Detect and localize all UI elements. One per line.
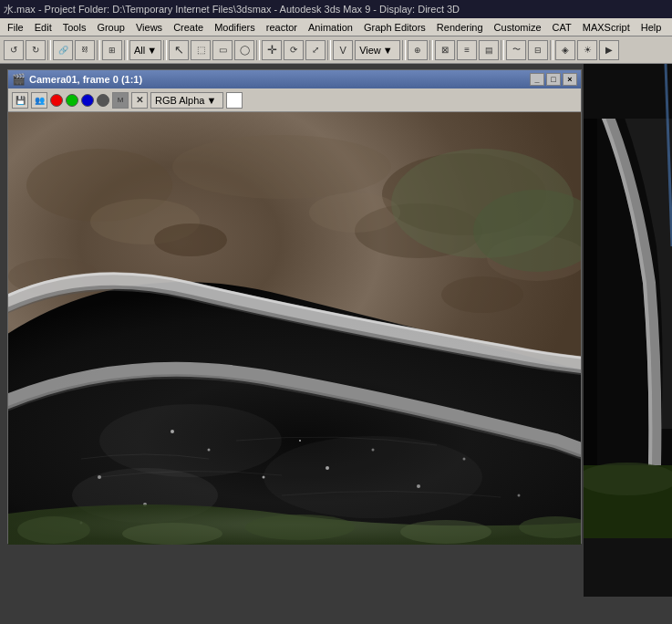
separator-5 xyxy=(256,40,260,60)
svg-point-19 xyxy=(263,476,265,479)
svg-point-26 xyxy=(17,516,90,544)
svg-point-28 xyxy=(245,515,355,540)
menu-help[interactable]: Help xyxy=(636,20,667,35)
alpha-channel-dot[interactable] xyxy=(97,94,109,107)
curve-editor-button[interactable]: 〜 xyxy=(506,40,526,60)
viewport-window: 🎬 Camera01, frame 0 (1:1) _ □ × 💾 👥 M ✕ … xyxy=(7,69,582,544)
right-viewport-panel xyxy=(584,64,672,597)
background-color-swatch[interactable] xyxy=(226,92,243,109)
viewport-close-button[interactable]: × xyxy=(563,73,577,86)
svg-point-18 xyxy=(417,484,420,488)
menu-graph-editors[interactable]: Graph Editors xyxy=(358,20,431,35)
menu-customize[interactable]: Customize xyxy=(489,20,547,35)
render-scene-button[interactable]: ☀ xyxy=(577,40,597,60)
right-panel-content xyxy=(584,64,672,597)
menu-rendering[interactable]: Rendering xyxy=(431,20,489,35)
mirror-button[interactable]: ⊠ xyxy=(435,40,455,60)
svg-point-11 xyxy=(99,404,282,477)
separator-10 xyxy=(550,40,553,60)
select-rotate-button[interactable]: ⟳ xyxy=(284,40,304,60)
title-text: 水.max - Project Folder: D:\Temporary Int… xyxy=(4,3,460,16)
svg-point-17 xyxy=(372,449,375,452)
svg-point-36 xyxy=(584,463,672,495)
menu-reactor[interactable]: reactor xyxy=(261,20,303,35)
redo-button[interactable]: ↻ xyxy=(26,40,46,60)
svg-point-8 xyxy=(154,224,227,256)
view-dropdown[interactable]: View ▼ xyxy=(355,40,400,60)
blue-channel-dot[interactable] xyxy=(81,94,94,107)
menu-views[interactable]: Views xyxy=(130,20,168,35)
separator-3 xyxy=(124,40,128,60)
selection-filter-dropdown[interactable]: All ▼ xyxy=(129,40,161,60)
green-channel-dot[interactable] xyxy=(66,94,78,107)
material-editor-button[interactable]: ◈ xyxy=(555,40,575,60)
undo-button[interactable]: ↺ xyxy=(4,40,24,60)
bind-space-warp[interactable]: ⊞ xyxy=(102,40,122,60)
menu-bar: File Edit Tools Group Views Create Modif… xyxy=(0,18,672,36)
select-by-name-button[interactable]: ⬚ xyxy=(191,40,211,60)
separator-1 xyxy=(47,40,51,60)
svg-point-9 xyxy=(309,192,400,233)
svg-point-16 xyxy=(326,466,329,470)
svg-point-15 xyxy=(208,449,211,452)
main-area: 🎬 Camera01, frame 0 (1:1) _ □ × 💾 👥 M ✕ … xyxy=(0,64,672,597)
menu-create[interactable]: Create xyxy=(168,20,209,35)
quick-render-button[interactable]: ▶ xyxy=(599,40,619,60)
title-bar: 水.max - Project Folder: D:\Temporary Int… xyxy=(0,0,672,18)
menu-tools[interactable]: Tools xyxy=(57,20,92,35)
select-scale-button[interactable]: ⤢ xyxy=(305,40,326,60)
rectangular-select-button[interactable]: ▭ xyxy=(212,40,233,60)
svg-rect-37 xyxy=(584,64,672,119)
separator-2 xyxy=(97,40,100,60)
select-object-button[interactable]: ↖ xyxy=(169,40,189,60)
svg-point-29 xyxy=(400,520,491,544)
viewport-title: Camera01, frame 0 (1:1) xyxy=(29,74,142,85)
channel-label: RGB Alpha xyxy=(155,95,204,106)
monochrome-button[interactable]: M xyxy=(112,92,129,109)
save-image-button[interactable]: 💾 xyxy=(12,92,28,109)
svg-point-21 xyxy=(463,458,466,461)
reference-coord-button[interactable]: V xyxy=(333,40,353,60)
clear-button[interactable]: ✕ xyxy=(131,92,148,109)
menu-group[interactable]: Group xyxy=(91,20,130,35)
svg-point-10 xyxy=(441,276,523,313)
unlink-button[interactable]: ⛓ xyxy=(75,40,95,60)
viewport-app-icon: 🎬 xyxy=(12,73,26,86)
viewport-toolbar: 💾 👥 M ✕ RGB Alpha ▼ xyxy=(8,88,581,112)
menu-cat[interactable]: CAT xyxy=(547,20,577,35)
clone-button[interactable]: 👥 xyxy=(31,92,47,109)
separator-6 xyxy=(327,40,331,60)
viewport-content[interactable] xyxy=(8,112,581,545)
separator-4 xyxy=(163,40,167,60)
separator-8 xyxy=(429,40,433,60)
circular-select-button[interactable]: ◯ xyxy=(234,40,254,60)
menu-maxscript[interactable]: MAXScript xyxy=(577,20,636,35)
viewport-titlebar: 🎬 Camera01, frame 0 (1:1) _ □ × xyxy=(8,70,581,88)
svg-point-24 xyxy=(518,494,521,497)
separator-9 xyxy=(501,40,504,60)
channel-dropdown[interactable]: RGB Alpha ▼ xyxy=(150,92,223,109)
red-channel-dot[interactable] xyxy=(50,94,63,107)
viewport-minimize-button[interactable]: _ xyxy=(530,73,544,86)
separator-7 xyxy=(402,40,406,60)
channel-arrow: ▼ xyxy=(206,95,216,106)
layer-manager-button[interactable]: ▤ xyxy=(479,40,499,60)
menu-edit[interactable]: Edit xyxy=(29,20,57,35)
main-toolbar: ↺ ↻ 🔗 ⛓ ⊞ All ▼ ↖ ⬚ ▭ ◯ ✛ ⟳ ⤢ V View ▼ ⊕… xyxy=(0,36,672,64)
svg-point-14 xyxy=(171,430,174,433)
select-move-button[interactable]: ✛ xyxy=(262,40,282,60)
pivot-button[interactable]: ⊕ xyxy=(408,40,428,60)
menu-animation[interactable]: Animation xyxy=(303,20,358,35)
select-link-button[interactable]: 🔗 xyxy=(53,40,73,60)
menu-modifiers[interactable]: Modifiers xyxy=(209,20,261,35)
svg-point-27 xyxy=(122,523,222,545)
viewport-restore-button[interactable]: □ xyxy=(546,73,561,86)
menu-file[interactable]: File xyxy=(2,20,29,35)
svg-point-2 xyxy=(172,135,391,199)
align-button[interactable]: ≡ xyxy=(457,40,477,60)
svg-point-22 xyxy=(299,440,301,442)
viewport-titlebar-buttons: _ □ × xyxy=(530,73,577,86)
schematic-view-button[interactable]: ⊟ xyxy=(528,40,548,60)
